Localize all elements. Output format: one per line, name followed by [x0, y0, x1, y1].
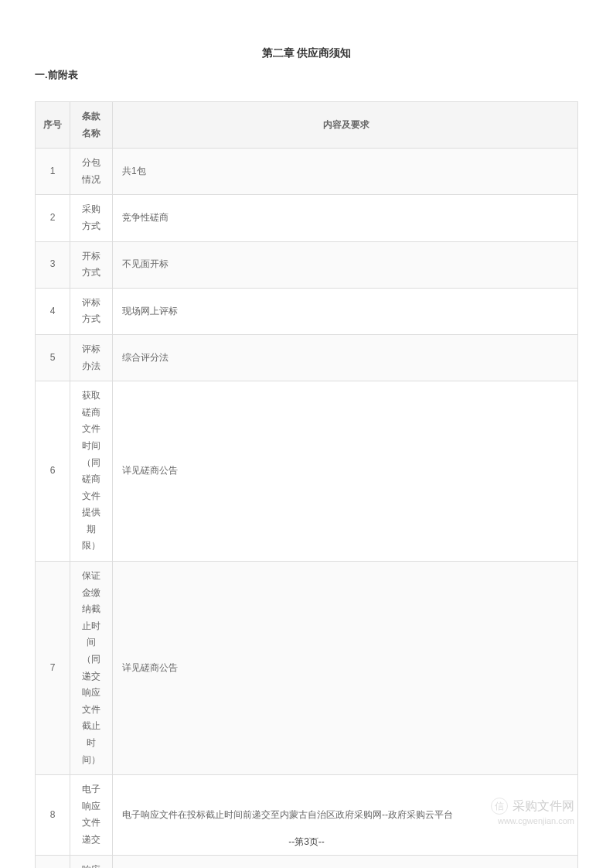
cell-name: 评标办法: [70, 334, 113, 381]
cell-content: 综合评分法: [113, 334, 578, 381]
cell-seq: 6: [36, 381, 70, 562]
table-row: 3 开标方式 不见面开标: [36, 241, 578, 288]
table-row: 9 响应文件数量 （1）加密的电子响应文件 1 份（需在投标截止时间前上传至"内…: [36, 855, 578, 868]
cell-content: （1）加密的电子响应文件 1 份（需在投标截止时间前上传至"内蒙古自治区政府采购…: [113, 855, 578, 868]
table-row: 2 采购方式 竞争性磋商: [36, 195, 578, 241]
page-number: --第3页--: [0, 836, 613, 849]
cell-seq: 3: [36, 241, 70, 288]
cell-name: 采购方式: [70, 195, 113, 241]
cell-content: 详见磋商公告: [113, 562, 578, 775]
table-row: 4 评标方式 现场网上评标: [36, 288, 578, 334]
cell-content: 共1包: [113, 149, 578, 195]
cell-content: 不见面开标: [113, 241, 578, 288]
cell-content: 竞争性磋商: [113, 195, 578, 241]
cell-name: 获取磋商文件时间（同磋商文件提供期限）: [70, 381, 113, 562]
table-row: 1 分包情况 共1包: [36, 149, 578, 195]
cell-seq: 7: [36, 562, 70, 775]
cell-seq: 1: [36, 149, 70, 195]
table-row: 5 评标办法 综合评分法: [36, 334, 578, 381]
cell-content: 详见磋商公告: [113, 381, 578, 562]
header-content: 内容及要求: [113, 102, 578, 149]
table-row: 7 保证金缴纳截止时间（同递交响应文件截止时间） 详见磋商公告: [36, 562, 578, 775]
cell-seq: 2: [36, 195, 70, 241]
cell-content: 现场网上评标: [113, 288, 578, 334]
table-row: 6 获取磋商文件时间（同磋商文件提供期限） 详见磋商公告: [36, 381, 578, 562]
cell-name: 响应文件数量: [70, 855, 113, 868]
cell-seq: 5: [36, 334, 70, 381]
section-title: 一.前附表: [35, 68, 578, 82]
cell-seq: 9: [36, 855, 70, 868]
header-name: 条款名称: [70, 102, 113, 149]
table-header-row: 序号 条款名称 内容及要求: [36, 102, 578, 149]
cell-name: 分包情况: [70, 149, 113, 195]
requirements-table: 序号 条款名称 内容及要求 1 分包情况 共1包 2 采购方式 竞争性磋商 3 …: [35, 101, 578, 868]
header-seq: 序号: [36, 102, 70, 149]
cell-name: 评标方式: [70, 288, 113, 334]
chapter-title: 第二章 供应商须知: [35, 46, 578, 60]
cell-name: 保证金缴纳截止时间（同递交响应文件截止时间）: [70, 562, 113, 775]
cell-name: 开标方式: [70, 241, 113, 288]
cell-seq: 4: [36, 288, 70, 334]
